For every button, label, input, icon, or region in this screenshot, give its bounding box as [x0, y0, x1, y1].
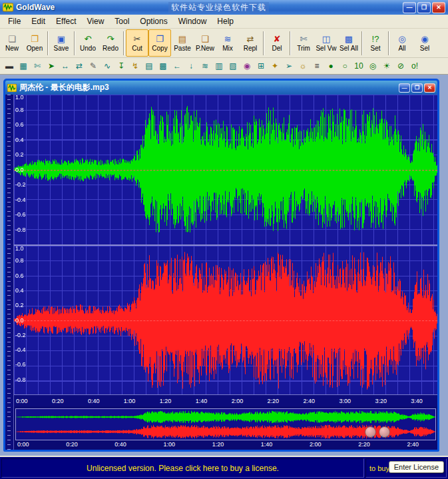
new-label: New [5, 45, 19, 52]
menu-tool[interactable]: Tool [109, 15, 134, 27]
brightness-icon[interactable]: ☼ [296, 59, 310, 73]
goldwave-logo-icon [3, 3, 13, 12]
sparkle-icon[interactable]: ✦ [268, 59, 282, 73]
toolbar-separator [388, 31, 389, 55]
save-icon: ▣ [57, 34, 65, 45]
y-axis-label: -0.4 [15, 197, 26, 203]
drop-effect-icon[interactable]: ↧ [114, 59, 128, 73]
y-axis-label: 0.6 [15, 273, 24, 279]
close-button[interactable]: ✕ [432, 2, 445, 13]
trim-button[interactable]: ✄Trim [292, 29, 315, 57]
grid-a-icon[interactable]: ▤ [142, 59, 156, 73]
main-toolbar: ❏New❐Open▣Save↶Undo↷Redo✂Cut❐Copy▤Paste❑… [0, 29, 448, 58]
document-maximize-button[interactable]: ❐ [411, 83, 423, 93]
waveform-tool-icon[interactable]: ∿ [101, 59, 114, 73]
menu-window[interactable]: Window [173, 15, 212, 27]
save-button[interactable]: ▣Save [50, 29, 73, 57]
y-axis-label: 0.2 [15, 152, 24, 158]
flash-effect-icon[interactable]: ↯ [128, 59, 142, 73]
paste-button[interactable]: ▤Paste [171, 29, 194, 57]
license-message[interactable]: Unlicensed version. Please click here to… [1, 458, 364, 478]
goldwave-window: GoldWave — ❐ ✕ 软件站专业绿色软件下载 FileEditEffec… [0, 0, 448, 479]
document-minimize-button[interactable]: — [399, 83, 410, 93]
document-wave-icon [7, 84, 17, 92]
sun-icon[interactable]: ☀ [380, 59, 393, 73]
new-button[interactable]: ❏New [1, 29, 23, 57]
mix-waves-icon[interactable]: ≋ [198, 59, 212, 73]
overview-time-label: 1:20 [212, 441, 224, 448]
device-controls-icon[interactable]: ▬ [3, 59, 16, 73]
redo-icon: ↷ [107, 34, 114, 45]
overview-time-label: 2:00 [310, 441, 322, 448]
watermark-text: 软件站专业绿色软件下载 [168, 2, 269, 13]
minimize-button[interactable]: — [403, 2, 416, 13]
target-icon[interactable]: ◉ [240, 59, 254, 73]
toolbar-separator [361, 31, 363, 55]
circle-outline-icon[interactable]: ○ [338, 59, 351, 73]
paste-new-button[interactable]: ❑P.New [194, 29, 216, 57]
waveform-left-channel[interactable]: 1.00.80.60.40.20.0-0.2-0.4-0.6-0.8 [14, 95, 437, 244]
send-icon[interactable]: ➢ [282, 59, 296, 73]
delete-button[interactable]: ✘Del [266, 29, 288, 57]
overview-time-label: 2:40 [407, 441, 419, 448]
menu-options[interactable]: Options [134, 15, 172, 27]
overview-time-label: 0:40 [114, 441, 126, 448]
grid-b-icon[interactable]: ▩ [156, 59, 170, 73]
window-title: GoldWave [16, 3, 55, 12]
delete-label: Del [272, 45, 282, 52]
play-icon[interactable]: ➤ [45, 59, 58, 73]
menu-help[interactable]: Help [212, 15, 239, 27]
cut-tool-icon[interactable]: ✄ [31, 59, 44, 73]
time-label: 3:00 [339, 398, 351, 404]
waveform-right-channel[interactable]: 1.00.80.60.40.20.0-0.2-0.4-0.6-0.8 [14, 244, 437, 394]
document-close-button[interactable]: ✕ [424, 83, 435, 93]
expand-icon[interactable]: ↔ [59, 59, 72, 73]
mix-button[interactable]: ≋Mix [216, 29, 239, 57]
trim-icon: ✄ [300, 34, 308, 45]
control-properties-icon[interactable]: ▦ [17, 59, 30, 73]
y-axis-label: 0.4 [15, 288, 24, 294]
y-axis-label: 1.0 [15, 95, 24, 101]
select-view-button[interactable]: ◫Sel Vw [315, 29, 337, 57]
menu-view[interactable]: View [82, 15, 110, 27]
mix-label: Mix [222, 45, 233, 52]
down-arrow-icon[interactable]: ↓ [184, 59, 198, 73]
record-dot-icon[interactable]: ● [324, 59, 337, 73]
exclaim-icon[interactable]: o! [408, 59, 421, 73]
view-selection-label: Sel [420, 45, 429, 52]
menu-file[interactable]: File [3, 15, 26, 27]
stop-slash-icon[interactable]: ⊘ [394, 59, 407, 73]
menu-effect[interactable]: Effect [51, 15, 81, 27]
zoom-tool-icon[interactable]: ◎ [366, 59, 379, 73]
set-button[interactable]: !?Set [364, 29, 387, 57]
overview-time-label: 1:00 [164, 441, 176, 448]
add-grid-icon[interactable]: ⊞ [254, 59, 268, 73]
redo-button[interactable]: ↷Redo [99, 29, 122, 57]
copy-button[interactable]: ❐Copy [148, 29, 171, 57]
edit-marker-icon[interactable]: ✎ [87, 59, 100, 73]
view-selection-button[interactable]: ◉Sel [413, 29, 436, 57]
replace-button[interactable]: ⇄Repl [239, 29, 262, 57]
swap-channels-icon[interactable]: ⇄ [73, 59, 86, 73]
zero-line [14, 320, 437, 321]
menu-edit[interactable]: Edit [26, 15, 51, 27]
time-label: 2:20 [268, 398, 280, 404]
undo-button[interactable]: ↶Undo [77, 29, 99, 57]
document-titlebar[interactable]: 周杰伦 - 最长的电影.mp3 — ❐ ✕ [5, 81, 437, 95]
matrix-b-icon[interactable]: ▧ [226, 59, 240, 73]
open-button[interactable]: ❐Open [23, 29, 46, 57]
select-all-button[interactable]: ▩Sel All [337, 29, 360, 57]
levels-icon[interactable]: ≡ [310, 59, 324, 73]
document-window: 周杰伦 - 最长的电影.mp3 — ❐ ✕ 1.00.80.60.40.20.0… [3, 79, 439, 452]
time-axis: 0:000:200:401:001:201:402:002:202:403:00… [14, 394, 437, 406]
time-label: 1:00 [124, 398, 136, 404]
back-arrow-icon[interactable]: ← [170, 59, 184, 73]
cut-button[interactable]: ✂Cut [126, 29, 148, 57]
enter-license-button[interactable]: Enter License [389, 461, 444, 473]
overview-time-label: 0:20 [66, 441, 78, 448]
view-all-button[interactable]: ◎All [391, 29, 413, 57]
speed-10-icon[interactable]: 10 [352, 59, 365, 73]
maximize-button[interactable]: ❐ [417, 2, 431, 13]
left-ruler [5, 95, 14, 450]
matrix-a-icon[interactable]: ▥ [212, 59, 226, 73]
